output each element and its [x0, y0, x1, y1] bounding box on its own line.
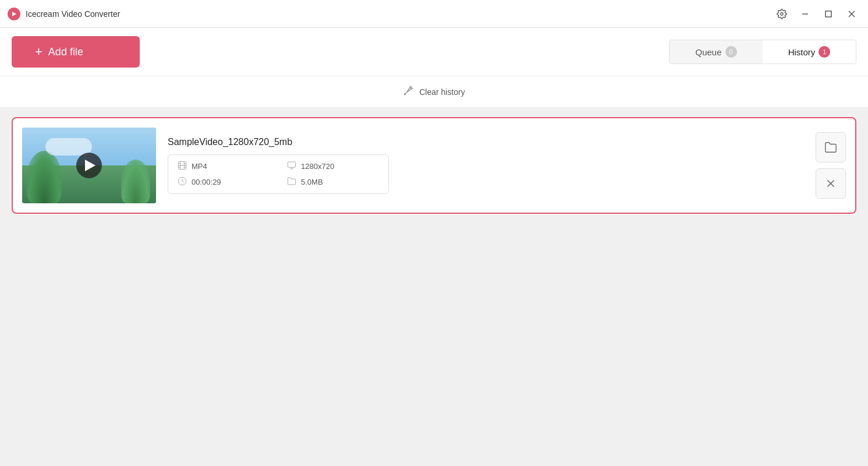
- meta-duration: 00:00:29: [178, 176, 270, 188]
- duration-value: 00:00:29: [192, 178, 221, 186]
- resolution-value: 1280x720: [301, 162, 334, 171]
- thumbnail-tree-left: [27, 151, 62, 203]
- size-value: 5.0MB: [301, 178, 323, 186]
- clear-history-button[interactable]: Clear history: [0, 76, 868, 108]
- app-title: Icecream Video Converter: [26, 9, 120, 19]
- remove-icon: [824, 177, 837, 190]
- minimize-icon: [801, 10, 809, 18]
- minimize-button[interactable]: [796, 5, 814, 23]
- tab-history[interactable]: History 1: [763, 40, 856, 63]
- play-button[interactable]: [76, 153, 102, 178]
- meta-format: MP4: [178, 161, 270, 172]
- meta-size: 5.0MB: [287, 176, 379, 188]
- tab-history-badge: 1: [819, 46, 830, 58]
- broom-icon: [403, 84, 414, 96]
- file-card: SampleVideo_1280x720_5mb: [12, 117, 856, 214]
- tab-queue-badge: 0: [725, 46, 737, 58]
- card-actions: [816, 132, 846, 199]
- open-folder-button[interactable]: [816, 132, 846, 163]
- add-file-label: Add file: [48, 46, 83, 58]
- history-panel: Clear history: [0, 76, 868, 108]
- clear-history-text: Clear history: [419, 87, 465, 97]
- remove-button[interactable]: [816, 168, 846, 199]
- video-thumbnail[interactable]: [22, 128, 156, 203]
- app-identity: Icecream Video Converter: [7, 7, 120, 21]
- maximize-icon: [824, 10, 832, 18]
- gear-icon: [777, 9, 787, 19]
- svg-rect-3: [826, 11, 831, 17]
- maximize-button[interactable]: [819, 5, 838, 23]
- file-meta-box: MP4 1280x720: [168, 154, 389, 194]
- app-logo-icon: [7, 7, 21, 21]
- window-controls: [773, 5, 861, 23]
- plus-icon: +: [35, 44, 42, 59]
- tab-queue[interactable]: Queue 0: [669, 40, 763, 63]
- clear-history-icon: [403, 84, 414, 99]
- file-info: SampleVideo_1280x720_5mb: [168, 137, 804, 194]
- open-folder-icon: [824, 141, 837, 154]
- settings-button[interactable]: [773, 5, 791, 23]
- title-bar: Icecream Video Converter: [0, 0, 868, 28]
- tab-queue-label: Queue: [695, 47, 721, 57]
- film-icon: [178, 161, 187, 172]
- close-icon: [848, 10, 856, 18]
- file-name: SampleVideo_1280x720_5mb: [168, 137, 804, 147]
- svg-rect-15: [288, 162, 295, 167]
- toolbar: + Add file Queue 0 History 1: [0, 28, 868, 76]
- format-value: MP4: [192, 162, 207, 171]
- tab-group: Queue 0 History 1: [669, 40, 856, 64]
- tab-history-label: History: [788, 47, 816, 57]
- thumbnail-tree-right: [121, 160, 150, 203]
- file-list: SampleVideo_1280x720_5mb: [0, 108, 868, 466]
- play-triangle-icon: [85, 160, 95, 171]
- add-file-button[interactable]: + Add file: [12, 36, 140, 68]
- folder-icon: [287, 176, 296, 188]
- meta-resolution: 1280x720: [287, 161, 379, 172]
- monitor-icon: [287, 161, 296, 172]
- svg-point-1: [781, 12, 784, 15]
- clock-icon: [178, 176, 187, 188]
- close-button[interactable]: [842, 5, 861, 23]
- svg-point-6: [405, 94, 406, 95]
